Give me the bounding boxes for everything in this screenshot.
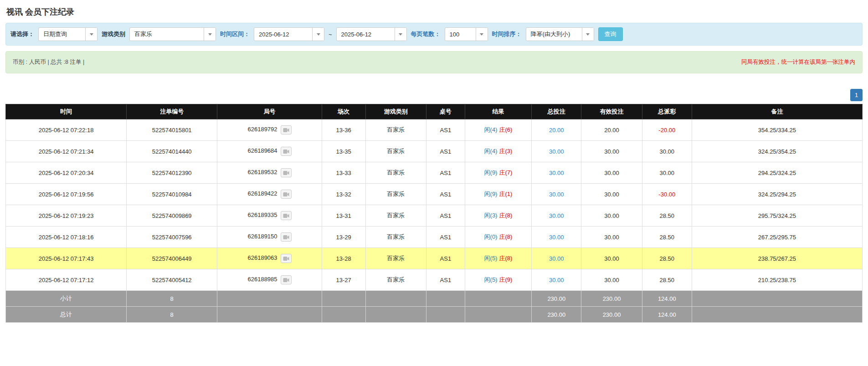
- header-time: 时间: [6, 104, 127, 119]
- header-valid-bet: 有效投注: [581, 104, 642, 119]
- video-camera-icon[interactable]: [281, 190, 292, 199]
- video-camera-icon[interactable]: [281, 232, 292, 242]
- total-bet-link[interactable]: 20.00: [549, 127, 564, 134]
- total-bet-link[interactable]: 30.00: [549, 234, 564, 241]
- table-row: 2025-06-12 07:17:43 522574006449 6261890…: [6, 248, 863, 269]
- pagination: 1: [5, 89, 863, 101]
- total-bet-link[interactable]: 30.00: [549, 148, 564, 155]
- game-type-select[interactable]: 百家乐: [129, 27, 216, 41]
- date-separator: ~: [329, 31, 332, 38]
- cell-table-no: AS1: [426, 162, 465, 184]
- total-bet-link[interactable]: 30.00: [549, 255, 564, 262]
- cell-valid-bet: 30.00: [581, 248, 642, 269]
- pagination-page-1[interactable]: 1: [850, 89, 863, 101]
- cell-remark: 238.75/267.25: [692, 248, 862, 269]
- round-id-text: 626188985: [247, 276, 277, 283]
- game-type-label: 游戏类别: [102, 30, 125, 38]
- cell-time: 2025-06-12 07:19:56: [6, 184, 127, 205]
- date-from-select[interactable]: 2025-06-12: [254, 27, 324, 41]
- sort-value: 降幂(由大到小): [526, 30, 582, 38]
- caret-down-icon: [476, 28, 488, 41]
- cell-remark: 267.25/295.75: [692, 227, 862, 248]
- cell-result: 闲(4)庄(3): [465, 141, 532, 162]
- result-banker: 庄(8): [499, 233, 512, 240]
- result-banker: 庄(1): [499, 191, 512, 197]
- cell-game-type: 百家乐: [365, 269, 426, 291]
- video-camera-icon[interactable]: [281, 125, 292, 134]
- cell-bet-id: 522574010984: [127, 184, 217, 205]
- result-banker: 庄(3): [499, 148, 512, 155]
- total-total-bet: 230.00: [532, 307, 581, 323]
- cell-time: 2025-06-12 07:17:43: [6, 248, 127, 269]
- video-camera-icon[interactable]: [281, 147, 292, 156]
- total-valid-bet: 230.00: [581, 307, 642, 323]
- cell-time: 2025-06-12 07:18:16: [6, 227, 127, 248]
- cell-total-bet: 30.00: [532, 248, 581, 269]
- result-player: 闲(0): [484, 233, 498, 240]
- cell-game-type: 百家乐: [365, 184, 426, 205]
- cell-bet-id: 522574014440: [127, 141, 217, 162]
- cell-result: 闲(9)庄(1): [465, 184, 532, 205]
- sort-select[interactable]: 降幂(由大到小): [526, 27, 594, 41]
- round-id-text: 626189792: [247, 126, 277, 133]
- cell-game-type: 百家乐: [365, 162, 426, 184]
- cell-round-id: 626189335: [217, 205, 322, 227]
- cell-valid-bet: 30.00: [581, 227, 642, 248]
- total-row: 总计 8 230.00 230.00 124.00: [6, 307, 863, 323]
- cell-time: 2025-06-12 07:21:34: [6, 141, 127, 162]
- caret-down-icon: [395, 28, 406, 41]
- cell-table-no: AS1: [426, 227, 465, 248]
- subtotal-count: 8: [127, 291, 217, 307]
- page-size-select[interactable]: 100: [445, 27, 488, 41]
- cell-payout: 28.50: [642, 227, 692, 248]
- page-title: 视讯 会员下注纪录: [6, 6, 863, 17]
- result-player: 闲(4): [484, 148, 498, 155]
- total-bet-link[interactable]: 30.00: [549, 277, 564, 284]
- table-row: 2025-06-12 07:22:18 522574015801 6261897…: [6, 119, 863, 141]
- cell-bet-id: 522574009869: [127, 205, 217, 227]
- total-label: 总计: [6, 307, 127, 323]
- caret-down-icon: [85, 28, 97, 41]
- query-type-select[interactable]: 日期查询: [38, 27, 98, 41]
- cell-time: 2025-06-12 07:20:34: [6, 162, 127, 184]
- summary-right-notice: 同局有效投注，统一计算在该局第一张注单内: [741, 58, 855, 66]
- cell-bet-id: 522574015801: [127, 119, 217, 141]
- cell-valid-bet: 30.00: [581, 269, 642, 291]
- cell-session: 13-31: [322, 205, 365, 227]
- table-row: 2025-06-12 07:19:23 522574009869 6261893…: [6, 205, 863, 227]
- cell-time: 2025-06-12 07:22:18: [6, 119, 127, 141]
- query-type-value: 日期查询: [39, 30, 85, 38]
- header-payout: 总派彩: [642, 104, 692, 119]
- video-camera-icon[interactable]: [281, 254, 292, 263]
- table-body: 2025-06-12 07:22:18 522574015801 6261897…: [6, 119, 863, 291]
- bets-table: 时间 注单编号 局号 场次 游戏类别 桌号 结果 总投注 有效投注 总派彩 备注…: [5, 104, 863, 323]
- sort-label: 时间排序：: [492, 30, 522, 38]
- page-size-value: 100: [445, 31, 476, 38]
- cell-total-bet: 20.00: [532, 119, 581, 141]
- video-camera-icon[interactable]: [281, 168, 292, 177]
- total-bet-link[interactable]: 30.00: [549, 191, 564, 198]
- date-to-select[interactable]: 2025-06-12: [336, 27, 407, 41]
- cell-total-bet: 30.00: [532, 184, 581, 205]
- cell-table-no: AS1: [426, 205, 465, 227]
- video-camera-icon[interactable]: [281, 275, 292, 284]
- game-type-value: 百家乐: [130, 30, 204, 38]
- result-player: 闲(3): [484, 212, 498, 219]
- cell-result: 闲(0)庄(8): [465, 227, 532, 248]
- cell-session: 13-35: [322, 141, 365, 162]
- total-bet-link[interactable]: 30.00: [549, 212, 564, 219]
- cell-payout: 28.50: [642, 248, 692, 269]
- cell-result: 闲(3)庄(8): [465, 205, 532, 227]
- cell-payout: -30.00: [642, 184, 692, 205]
- total-count: 8: [127, 307, 217, 323]
- cell-payout: -20.00: [642, 119, 692, 141]
- table-row: 2025-06-12 07:17:12 522574005412 6261889…: [6, 269, 863, 291]
- video-camera-icon[interactable]: [281, 211, 292, 220]
- table-row: 2025-06-12 07:20:34 522574012390 6261895…: [6, 162, 863, 184]
- result-player: 闲(5): [484, 276, 498, 283]
- result-banker: 庄(8): [499, 212, 512, 219]
- total-bet-link[interactable]: 30.00: [549, 170, 564, 176]
- round-id-text: 626189150: [247, 233, 277, 240]
- cell-total-bet: 30.00: [532, 227, 581, 248]
- search-button[interactable]: 查询: [598, 27, 623, 41]
